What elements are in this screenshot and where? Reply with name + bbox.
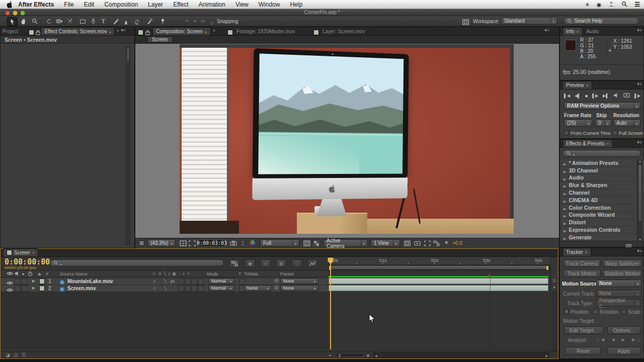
motion-blur-icon[interactable]: ◌: [292, 259, 302, 267]
parent-column-header[interactable]: Parent: [280, 272, 294, 277]
time-ruler[interactable]: :00s 01s 02s 03s 04s: [328, 257, 550, 265]
source-name-column-header[interactable]: Source Name: [60, 272, 88, 277]
previous-frame-button[interactable]: ◀▌: [575, 94, 581, 98]
effects-category[interactable]: Channel: [560, 189, 644, 197]
effects-category[interactable]: Expression Controls: [560, 226, 644, 234]
apple-menu-icon[interactable]: [6, 1, 13, 10]
play-from-current-button[interactable]: ▌▶: [634, 94, 640, 98]
composition-viewport[interactable]: [135, 44, 559, 238]
trkmat-dropdown[interactable]: None: [244, 285, 272, 291]
rectangle-tool[interactable]: [78, 17, 88, 25]
comp-mini-flowchart-icon[interactable]: [229, 259, 239, 267]
frame-blend-icon[interactable]: ▥: [276, 259, 286, 267]
parent-dropdown[interactable]: None: [280, 285, 318, 291]
shy-switch[interactable]: ☺: [152, 286, 156, 291]
scroll-left-icon[interactable]: ◀: [375, 354, 377, 357]
disclosure-icon[interactable]: ▶: [32, 279, 35, 283]
workspace-dropdown[interactable]: Standard: [501, 17, 557, 25]
pan-behind-tool[interactable]: [65, 17, 74, 25]
skip-dropdown[interactable]: 0: [595, 119, 611, 127]
user-icon[interactable]: [608, 1, 614, 9]
3d-switch[interactable]: [198, 279, 204, 285]
share-view-icon[interactable]: [404, 240, 411, 247]
ram-preview-options-dropdown[interactable]: RAM Preview Options: [564, 102, 640, 110]
shy-switch[interactable]: ☺: [152, 279, 156, 284]
zoom-tool[interactable]: [30, 17, 39, 25]
blend-mode-dropdown[interactable]: Normal: [208, 285, 234, 291]
fast-previews-icon[interactable]: [414, 240, 421, 247]
effects-category[interactable]: 3D Channel: [560, 167, 644, 174]
expand-inout-panes-icon[interactable]: ☰: [22, 352, 26, 357]
panel-menu-icon[interactable]: [636, 245, 641, 254]
audio-toggle-icon[interactable]: [613, 93, 619, 99]
tab-project[interactable]: Project: [1, 27, 22, 35]
frame-blend-switch[interactable]: [178, 279, 184, 285]
menu-after-effects[interactable]: After Effects: [13, 1, 59, 8]
mode-column-header[interactable]: Mode: [207, 272, 218, 277]
track-camera-button[interactable]: Track Camera: [563, 259, 601, 267]
tab-timeline-screen[interactable]: Screen: [3, 248, 38, 256]
puppet-pin-tool[interactable]: [158, 17, 168, 25]
show-snapshot-icon[interactable]: [240, 240, 246, 247]
motion-blur-switch[interactable]: [185, 279, 191, 285]
track-motion-button[interactable]: Track Motion: [563, 269, 601, 278]
timeline-vertical-scrollbar[interactable]: [552, 291, 557, 351]
timeline-horizontal-scrollbar[interactable]: ◀ ▶: [373, 352, 549, 358]
layer-row-mountainlake[interactable]: ▶ 1 MountainLake.mov ☺ ╲ ƒx Normal @ Non…: [1, 278, 328, 285]
tab-footage[interactable]: Footage: 1920Master.mov: [233, 27, 298, 35]
quality-switch[interactable]: ╲: [164, 286, 167, 291]
layer-bar-mountainlake[interactable]: [329, 278, 548, 284]
effects-category[interactable]: Composite Wizard: [560, 212, 644, 219]
effects-category[interactable]: Blur & Sharpen: [560, 182, 644, 189]
effects-search-input[interactable]: [562, 150, 641, 157]
tab-effect-controls[interactable]: Effect Controls: Screen.mov: [41, 27, 115, 35]
adjustment-switch[interactable]: [191, 279, 197, 285]
layer-label-chip[interactable]: [39, 279, 45, 284]
menu-composition[interactable]: Composition: [99, 1, 143, 8]
scroll-up-icon[interactable]: ▲: [552, 285, 556, 289]
rotation-tool[interactable]: [44, 17, 54, 25]
close-panel-icon[interactable]: [116, 27, 119, 34]
solo-switch[interactable]: [22, 279, 28, 285]
effects-category[interactable]: Audio: [560, 174, 644, 182]
motion-blur-switch[interactable]: [185, 286, 191, 292]
effects-category[interactable]: Generate: [560, 234, 644, 241]
audio-switch[interactable]: [15, 279, 21, 285]
show-channel-icon[interactable]: [249, 240, 256, 247]
exposure-value[interactable]: +0.0: [452, 240, 462, 246]
cti-line[interactable]: [330, 263, 331, 349]
menubar-sparkle-icon[interactable]: ✳: [585, 2, 589, 8]
view-layout-dropdown[interactable]: 1 View: [371, 239, 400, 247]
target-region-icon[interactable]: [303, 240, 310, 247]
clone-stamp-tool[interactable]: [121, 17, 131, 25]
menu-effect[interactable]: Effect: [168, 1, 193, 8]
layer-label-chip[interactable]: [39, 286, 45, 291]
menu-edit[interactable]: Edit: [79, 1, 100, 8]
disclosure-icon[interactable]: ▶: [32, 286, 35, 290]
work-area-end-handle[interactable]: [546, 266, 548, 270]
draft-3d-icon[interactable]: ▦: [245, 259, 255, 267]
menu-animation[interactable]: Animation: [194, 1, 230, 8]
fx-switch[interactable]: ƒx: [170, 279, 174, 284]
pickwhip-icon[interactable]: @: [274, 285, 279, 290]
warp-stabilizer-button[interactable]: Warp Stabilizer: [603, 259, 642, 267]
magnification-dropdown[interactable]: (43.3%): [147, 239, 176, 247]
viewer-lock-icon[interactable]: ⊞: [139, 240, 143, 246]
transparency-grid-icon[interactable]: [313, 240, 319, 247]
next-frame-button[interactable]: ▌▶: [592, 94, 598, 98]
menu-layer[interactable]: Layer: [143, 1, 168, 8]
layer-name[interactable]: MountainLake.mov: [67, 279, 113, 284]
from-current-time-checkbox[interactable]: [564, 130, 569, 135]
hand-tool[interactable]: [19, 17, 28, 25]
type-tool[interactable]: T: [99, 17, 108, 25]
expand-transfer-controls-icon[interactable]: ◫: [14, 352, 18, 357]
brush-tool[interactable]: [111, 17, 121, 25]
spotlight-icon[interactable]: [621, 1, 627, 9]
blend-mode-dropdown[interactable]: Normal: [208, 278, 234, 284]
exposure-icon[interactable]: ✳: [444, 240, 448, 245]
selection-tool[interactable]: [7, 17, 18, 26]
zoom-out-mountain-icon[interactable]: ▲: [329, 353, 332, 356]
timeline-search-input[interactable]: [50, 259, 224, 266]
layer-name[interactable]: Screen.mov: [67, 286, 96, 291]
menu-view[interactable]: View: [230, 1, 254, 8]
